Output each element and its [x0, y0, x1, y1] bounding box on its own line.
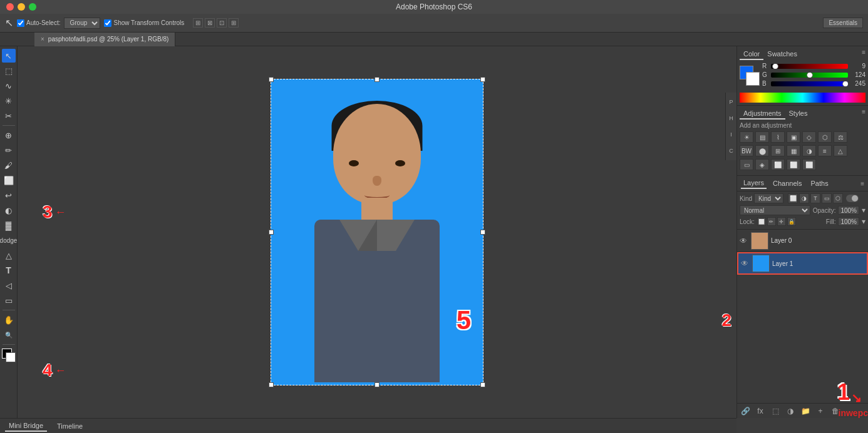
exposure-btn[interactable]: ▣: [787, 131, 800, 143]
eraser-btn[interactable]: ◐: [2, 203, 16, 217]
huesat-btn[interactable]: ⬡: [818, 131, 832, 143]
colorbal-btn[interactable]: ⚖: [834, 131, 847, 143]
color-tab[interactable]: Color: [740, 49, 763, 60]
auto-select-group[interactable]: Group: [64, 18, 100, 29]
link-layers-btn[interactable]: 🔗: [740, 405, 751, 417]
swatches-tab[interactable]: Swatches: [763, 49, 801, 60]
minimize-button[interactable]: [18, 3, 25, 11]
layer-1-item[interactable]: 👁 Layer 1: [737, 252, 868, 275]
auto-select-checkbox[interactable]: [17, 19, 24, 27]
styles-tab[interactable]: Styles: [785, 108, 812, 120]
g-slider[interactable]: [771, 73, 848, 78]
foreground-color[interactable]: [2, 349, 16, 362]
char-icon[interactable]: C: [726, 144, 736, 158]
lasso-tool-btn[interactable]: ∿: [2, 79, 16, 93]
crop-tool-btn[interactable]: ✂: [2, 109, 16, 123]
new-layer-btn[interactable]: +: [815, 405, 826, 417]
layer-1-visibility[interactable]: 👁: [741, 259, 750, 268]
move-tool-btn[interactable]: ↖: [2, 49, 16, 63]
threshold-btn[interactable]: △: [834, 145, 847, 156]
posterize-btn[interactable]: ≡: [818, 145, 832, 156]
lock-move-btn[interactable]: ✛: [777, 217, 786, 226]
adj5-btn[interactable]: ⬜: [802, 159, 816, 170]
layer-0-item[interactable]: 👁 Layer 0: [737, 230, 868, 252]
color-spectrum[interactable]: [740, 93, 865, 103]
filter-select[interactable]: Kind: [754, 193, 783, 203]
annotation-1-group: 1 ↘: [837, 379, 862, 405]
opacity-value[interactable]: 100%: [838, 206, 859, 215]
properties-icon[interactable]: P: [726, 95, 736, 109]
b-slider[interactable]: [771, 81, 848, 86]
vibrance-btn[interactable]: ◇: [802, 131, 816, 143]
paths-tab[interactable]: Paths: [809, 178, 831, 188]
r-slider[interactable]: [771, 64, 848, 69]
histogram-icon[interactable]: H: [726, 111, 736, 125]
adj-layer-btn[interactable]: ◑: [785, 405, 796, 417]
document-tab[interactable]: × pasphotofadli.psd @ 25% (Layer 1, RGB/…: [34, 33, 175, 46]
lock-transparent-btn[interactable]: ⬜: [757, 217, 766, 226]
group-btn[interactable]: 📁: [800, 405, 811, 417]
color-panel-menu[interactable]: ≡: [862, 49, 865, 60]
type-btn[interactable]: T: [2, 263, 16, 277]
gradient-btn[interactable]: ▓: [2, 218, 16, 232]
layers-panel-menu[interactable]: ≡: [860, 180, 864, 187]
adj-panel-menu[interactable]: ≡: [862, 108, 865, 120]
show-transform-checkbox[interactable]: [104, 19, 111, 27]
info-icon[interactable]: I: [726, 128, 736, 141]
hand-btn[interactable]: ✋: [2, 313, 16, 327]
lock-paint-btn[interactable]: ✏: [767, 217, 776, 226]
color-panel-header: Color Swatches ≡: [740, 49, 865, 60]
blend-mode-select[interactable]: Normal: [740, 205, 810, 215]
brightness-btn[interactable]: ☀: [740, 131, 753, 143]
maximize-button[interactable]: [29, 3, 36, 11]
color-lookup-btn[interactable]: ▦: [787, 145, 800, 156]
levels-btn[interactable]: ▤: [755, 131, 769, 143]
doc-tab-close[interactable]: ×: [41, 36, 44, 43]
delete-layer-btn[interactable]: 🗑: [830, 405, 841, 417]
curves-btn[interactable]: ⌇: [771, 131, 785, 143]
adj4-btn[interactable]: ⬜: [787, 159, 800, 170]
eyedropper-btn[interactable]: ⊕: [2, 128, 16, 142]
photo-canvas[interactable]: 5: [271, 79, 483, 385]
selective-color-btn[interactable]: ◈: [755, 159, 769, 170]
invert-btn[interactable]: ◑: [802, 145, 816, 156]
close-button[interactable]: [6, 3, 14, 11]
mini-bridge-tab[interactable]: Mini Bridge: [5, 420, 47, 432]
brush-btn[interactable]: 🖌: [2, 158, 16, 172]
bw-btn[interactable]: BW: [740, 145, 753, 156]
filter-type-btn[interactable]: T: [810, 193, 820, 203]
filter-smart-btn[interactable]: ⬡: [833, 193, 843, 203]
color-swatches[interactable]: [740, 66, 760, 86]
filter-pixel-btn[interactable]: ⬜: [788, 193, 798, 203]
filter-shape-btn[interactable]: ▭: [822, 193, 832, 203]
adjustments-tab[interactable]: Adjustments: [740, 108, 785, 120]
zoom-btn[interactable]: 🔍: [2, 328, 16, 342]
opacity-arrow[interactable]: ▾: [862, 206, 865, 215]
channel-mixer-btn[interactable]: ⊞: [771, 145, 785, 156]
marquee-tool-btn[interactable]: ⬚: [2, 64, 16, 78]
healing-btn[interactable]: ✏: [2, 143, 16, 157]
photo-filter-btn[interactable]: ⬤: [755, 145, 769, 156]
adj3-btn[interactable]: ⬜: [771, 159, 785, 170]
quick-select-btn[interactable]: ✳: [2, 94, 16, 108]
filter-toggle[interactable]: [846, 195, 859, 202]
timeline-tab[interactable]: Timeline: [53, 421, 86, 431]
history-btn[interactable]: ↩: [2, 188, 16, 202]
fill-value[interactable]: 100%: [838, 217, 859, 226]
add-mask-btn[interactable]: ⬚: [770, 405, 781, 417]
filter-adj-btn[interactable]: ◑: [799, 193, 809, 203]
shape-btn[interactable]: ▭: [2, 293, 16, 307]
pen-btn[interactable]: △: [2, 248, 16, 262]
channels-tab[interactable]: Channels: [770, 178, 804, 188]
window-controls[interactable]: [6, 3, 36, 11]
gradient-map-btn[interactable]: ▭: [740, 159, 753, 170]
layer-0-visibility[interactable]: 👁: [740, 237, 748, 245]
essentials-button[interactable]: Essentials: [823, 18, 863, 28]
layer-style-btn[interactable]: fx: [755, 405, 766, 417]
dodge-btn[interactable]: dodge: [2, 233, 16, 247]
stamp-btn[interactable]: ⬜: [2, 173, 16, 187]
lock-all-btn[interactable]: 🔒: [787, 217, 796, 226]
path-select-btn[interactable]: ◁: [2, 278, 16, 292]
layers-tab[interactable]: Layers: [741, 178, 767, 189]
fill-arrow[interactable]: ▾: [862, 217, 865, 226]
